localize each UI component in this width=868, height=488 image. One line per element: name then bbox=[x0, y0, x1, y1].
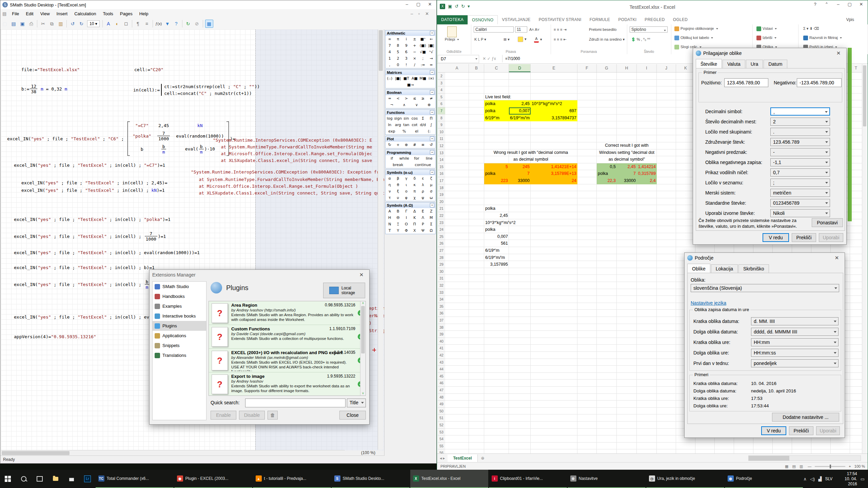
local-storage-button[interactable]: Local storage bbox=[323, 283, 365, 298]
zoom-slider[interactable] bbox=[815, 466, 845, 467]
column-header-G[interactable]: G bbox=[597, 64, 617, 72]
border-icon[interactable]: □ bbox=[122, 20, 130, 27]
undo-icon[interactable]: ↺ bbox=[69, 20, 76, 27]
column-header-J[interactable]: J bbox=[657, 64, 676, 72]
palette-button[interactable]: Γ bbox=[402, 208, 411, 215]
formula-region[interactable]: excel_IN("yes" ; file ; "TestExcel" ; in… bbox=[21, 180, 167, 185]
row-header-51[interactable]: 51 bbox=[438, 414, 445, 422]
region-apply-button[interactable]: Uporabi bbox=[816, 426, 840, 435]
cell-C17[interactable]: 223 bbox=[484, 177, 509, 184]
palette-button[interactable]: Α bbox=[386, 208, 394, 215]
palette-button[interactable]: Π bbox=[411, 221, 419, 227]
cell-E17[interactable]: 24 bbox=[531, 177, 577, 184]
palette-button[interactable]: − bbox=[411, 49, 419, 55]
palette-button[interactable]: (■) bbox=[419, 42, 427, 49]
palette-button[interactable]: ρ bbox=[419, 188, 427, 195]
column-header-B[interactable]: B bbox=[469, 64, 484, 72]
format-field-select[interactable]: 0,7 bbox=[770, 168, 830, 177]
row-header-24[interactable]: 24 bbox=[438, 226, 445, 233]
row-header-36[interactable]: 36 bbox=[438, 310, 445, 317]
cell-C6[interactable]: polka bbox=[484, 100, 509, 107]
palette-button[interactable]: = bbox=[386, 95, 394, 102]
palette-button[interactable]: β bbox=[394, 175, 402, 182]
conditional-formatting-button[interactable]: Pogojno oblikovanje bbox=[674, 26, 718, 31]
ribbon-tab-osnovno[interactable]: OSNOVNO bbox=[468, 15, 498, 24]
palette-button[interactable]: ι bbox=[402, 182, 411, 188]
align-bottom-buttons[interactable]: ≡ ≡ ≡ ⇤ bbox=[554, 37, 567, 42]
palette-button[interactable]: Υ bbox=[394, 227, 402, 234]
new-icon[interactable]: ▢ bbox=[1, 20, 8, 27]
cell-E16[interactable]: 3,15789E+13 bbox=[531, 170, 577, 177]
notification-center-icon[interactable]: ▭ bbox=[861, 476, 865, 482]
palette-button[interactable]: Θ bbox=[394, 215, 402, 221]
palette-button[interactable]: ξ bbox=[394, 188, 402, 195]
cell-H15[interactable]: 2,45 bbox=[617, 163, 637, 170]
format-field-select[interactable]: ; bbox=[770, 179, 830, 187]
palette-button[interactable]: ■→ bbox=[386, 82, 435, 88]
zoom-in-button[interactable]: + bbox=[849, 464, 851, 468]
region-field-select[interactable]: dddd, dd. MMMM IIII bbox=[751, 328, 839, 336]
palette-button[interactable]: sign bbox=[394, 115, 402, 122]
palette-button[interactable]: υ bbox=[394, 195, 402, 201]
help-icon[interactable]: ? bbox=[173, 20, 180, 27]
smath-hscrollbar[interactable] bbox=[1, 450, 345, 456]
palette-button[interactable]: cos bbox=[411, 115, 419, 122]
row-header-21[interactable]: 21 bbox=[438, 205, 445, 212]
sidebar-item-examples[interactable]: Examples bbox=[153, 301, 206, 311]
palette-button[interactable]: i bbox=[402, 36, 411, 42]
palette-button[interactable]: → bbox=[427, 55, 436, 62]
formula-region[interactable]: in(cell):=ct:=str2num(strrep(cell ; "C" … bbox=[133, 84, 260, 96]
palette-button[interactable]: i×i bbox=[427, 75, 436, 82]
palette-button[interactable]: θ bbox=[394, 182, 402, 188]
excel-titlebar[interactable]: X ▣ ↺ ↻ ▾ TestExcel.xlsx - Excel ? ⌃ – ▢… bbox=[437, 0, 868, 15]
region-field-select[interactable]: HH:mm:ss bbox=[751, 349, 839, 357]
select-all-corner[interactable] bbox=[438, 64, 446, 73]
palette-button[interactable]: Χ bbox=[411, 227, 419, 234]
region-cancel-button[interactable]: Prekliči bbox=[789, 426, 813, 435]
palette-button[interactable]: (::) bbox=[386, 75, 394, 82]
palette-button[interactable]: ¬ bbox=[386, 102, 398, 108]
palette-button[interactable]: ■T bbox=[402, 75, 411, 82]
palette-button[interactable]: (: bbox=[423, 128, 435, 135]
formula-region[interactable]: cell:="C20" bbox=[134, 67, 163, 72]
palette-button[interactable]: Δ bbox=[411, 208, 419, 215]
search-button[interactable] bbox=[16, 470, 32, 488]
palette-button[interactable]: ω bbox=[427, 195, 436, 201]
sidebar-item-snippets[interactable]: Snippets bbox=[153, 341, 206, 350]
taskbar-item-clipboard01-irfanvie-[interactable]: iClipboard01 - IrfanVie... bbox=[489, 470, 567, 488]
recalc-icon[interactable]: ↻ bbox=[184, 20, 192, 27]
sort-filter-button[interactable]: Razvrsti in filtriraj bbox=[803, 36, 842, 40]
cell-G17[interactable]: 22,3 bbox=[597, 177, 617, 184]
plugin-item[interactable]: ?Custom Functions1.1.5910.7109by Davide … bbox=[209, 325, 366, 349]
extmgr-titlebar[interactable]: Extensions Manager bbox=[150, 270, 369, 280]
row-header-6[interactable]: 6 bbox=[438, 100, 445, 107]
taskbar-item-t-tutorial8-predvaja-[interactable]: ▲t - tutorial8 - Predvaja... bbox=[253, 470, 331, 488]
row-header-29[interactable]: 29 bbox=[438, 261, 445, 268]
palette-button[interactable]: 3 bbox=[402, 55, 411, 62]
format-field-select[interactable]: - bbox=[770, 148, 830, 156]
format-field-select[interactable]: . bbox=[770, 128, 830, 136]
palette-button[interactable]: Λ bbox=[419, 215, 427, 221]
palette-button[interactable]: if bbox=[386, 155, 398, 162]
paste-button[interactable]: Prilepi bbox=[442, 26, 462, 41]
quick-search-input[interactable] bbox=[245, 399, 346, 407]
format-cancel-button[interactable]: Prekliči bbox=[792, 233, 816, 242]
format-ok-button[interactable]: V redu bbox=[763, 233, 789, 242]
font-size-select[interactable]: 10 ▾ bbox=[87, 20, 100, 27]
autosum-fill-clear-buttons[interactable]: Σ ▾ ⬇ ⌫ bbox=[803, 26, 819, 31]
palette-button[interactable]: arg bbox=[394, 122, 402, 128]
smath-vscrollbar[interactable] bbox=[378, 29, 383, 450]
palette-button[interactable]: 6 bbox=[402, 49, 411, 55]
palette-button[interactable]: ↻ bbox=[386, 142, 394, 148]
palette-button[interactable]: π bbox=[411, 188, 419, 195]
palette-button[interactable]: d/d bbox=[419, 122, 427, 128]
paste-icon[interactable]: ▥ bbox=[57, 20, 64, 27]
palette-button[interactable]: break bbox=[386, 162, 411, 168]
cell-D6[interactable]: 2,45 bbox=[509, 100, 531, 107]
region-ok-button[interactable]: V redu bbox=[761, 426, 786, 435]
palette-button[interactable]: ↺ bbox=[427, 142, 436, 148]
palette-button[interactable]: cot bbox=[411, 122, 419, 128]
formula-region[interactable]: excel_IN("yes" ; file ; "TestExcel" ; in… bbox=[14, 279, 158, 290]
panel-toggle-icon[interactable]: ▦ bbox=[205, 20, 213, 28]
copy-icon[interactable]: ⧉ bbox=[48, 20, 56, 27]
